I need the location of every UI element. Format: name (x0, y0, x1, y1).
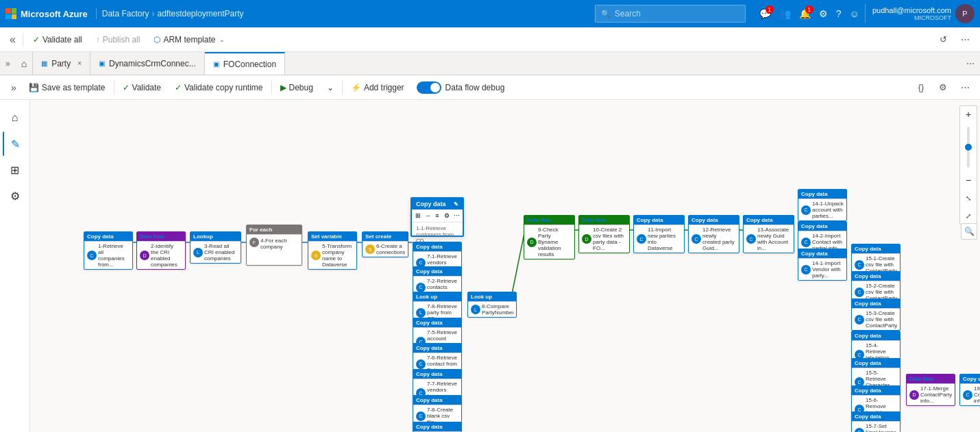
refresh-button[interactable]: ↺ (933, 30, 953, 49)
validate-check-icon: ✓ (123, 83, 130, 92)
node-n3[interactable]: Lookup L 3-Read all CRI enabled companie… (190, 231, 241, 264)
node-n19-body: C 11-Import new parties into Dataverse (634, 225, 684, 253)
tabs-collapse-button[interactable]: » (0, 52, 16, 75)
node-n31-header: Copy data (852, 412, 900, 422)
node-n22-text: 14-1-Unpack account with parties... (812, 201, 844, 219)
collapse-panel-button[interactable]: « (5, 27, 20, 52)
pipeline-toolbar: » 💾 Save as template ✓ Validate ✓ Valida… (0, 75, 980, 100)
tab-fo[interactable]: ▣ FOConnection (205, 52, 285, 75)
search-input[interactable] (615, 9, 739, 18)
breadcrumb: Data Factory › adftestdeploymentParty (102, 9, 244, 18)
node-n21[interactable]: Copy data C 13-Associate newly Guid with… (743, 215, 794, 253)
node-more-icon[interactable]: ⋯ (453, 211, 460, 220)
node-settings-icon[interactable]: ⚙ (443, 211, 450, 220)
node-n4[interactable]: For each F 4-For each company (246, 225, 302, 266)
canvas-search-button[interactable]: 🔍 (961, 223, 977, 240)
expand-canvas-button[interactable]: ⤢ (960, 207, 977, 224)
node-n8-header: Copy data (413, 242, 461, 252)
node-n20-text: 12-Retrieve newly created party Guid... (702, 227, 736, 251)
node-n16[interactable]: Look up L 8-Compare PartyNumber... (467, 292, 517, 318)
node-dest-icon[interactable]: → (424, 211, 431, 220)
sidebar-item-monitor[interactable]: ⊞ (3, 157, 27, 182)
sidebar-item-manage[interactable]: ⚙ (3, 183, 27, 208)
node-n2[interactable]: Data flow D 2-Identify the CRI enabled c… (136, 231, 186, 270)
ms-azure-logo[interactable]: Microsoft Azure (5, 8, 97, 19)
node-n17-header: Data flow (524, 216, 574, 225)
node-large-n7-header: Copy data ✎ (412, 199, 463, 209)
node-n5[interactable]: Set variable S 5-Transform company name … (308, 231, 357, 270)
node-n15[interactable]: Copy data C 9-9-Retrieve lang.age and Pa… (413, 422, 462, 432)
tab-home[interactable]: ⌂ (16, 52, 33, 75)
add-trigger-button[interactable]: ⚡ Add trigger (344, 75, 411, 100)
node-n18[interactable]: Data flow D 10-Create 2 csv files with p… (578, 215, 630, 253)
node-n1[interactable]: Copy data C 1-Retrieve all companies fro… (84, 231, 133, 270)
node-map-icon[interactable]: ≡ (434, 211, 441, 220)
node-n24-header: Copy data (852, 244, 900, 254)
zoom-out-button[interactable]: − (960, 172, 977, 188)
save-as-template-button[interactable]: 💾 Save as template (22, 75, 112, 100)
more-options-button[interactable]: ⋯ (955, 30, 975, 49)
sidebar-item-edit[interactable]: ✎ (3, 131, 27, 156)
data-flow-debug-toggle[interactable] (417, 81, 441, 94)
node-n20[interactable]: Copy data C 12-Retrieve newly created pa… (688, 215, 739, 253)
node-large-n7[interactable]: Copy data ✎ ⊞ → ≡ ⚙ ⋯ 1-1-Retrieve custo… (411, 197, 464, 237)
pipeline-canvas[interactable]: Copy data C 1-Retrieve all companies fro… (30, 100, 980, 432)
node-n3-text: 3-Read all CRI enabled companies (204, 243, 238, 262)
node-n17[interactable]: Data flow D 9-Check Party Byname validat… (524, 215, 575, 259)
node-n27[interactable]: Copy data C 14-1-Import Vendor with part… (798, 249, 847, 281)
tab-more-button[interactable]: ⋯ (961, 52, 980, 75)
node-large-n7-edit-icon[interactable]: ✎ (454, 201, 458, 207)
search-bar[interactable]: 🔍 (595, 5, 746, 23)
node-n36-text: 19-Import ContactParty info... (974, 385, 980, 404)
people-icon[interactable]: 👥 (779, 8, 791, 19)
sub-collapse-button[interactable]: » (5, 82, 22, 93)
node-n35[interactable]: Data flow D 17-1-Merge ContactParty info… (906, 374, 955, 406)
validate-copy-button[interactable]: ✓ Validate copy runtime (168, 75, 270, 100)
validate-all-button[interactable]: ✓ Validate all (26, 27, 89, 52)
settings-icon[interactable]: ⚙ (819, 8, 828, 19)
validate-button[interactable]: ✓ Validate (116, 75, 168, 100)
node-n15-header: Copy data (413, 422, 461, 432)
sub-more-button[interactable]: ⋯ (955, 78, 975, 97)
tab-dynamics[interactable]: ▣ DynamicsCrmConnec... (90, 52, 205, 75)
arm-template-button[interactable]: ⬡ ARM template ⌄ (147, 27, 232, 52)
bell-icon[interactable]: 🔔1 (799, 8, 811, 19)
node-n22-icon: C (801, 205, 811, 215)
tab-party-icon: ▦ (41, 60, 47, 67)
properties-button[interactable]: ⚙ (933, 78, 953, 97)
avatar-initials: P (962, 10, 967, 18)
node-n16-icon: L (471, 305, 480, 314)
validate-label: Validate (132, 83, 161, 92)
node-n31[interactable]: Copy data C 15-7-Set Final Invoice Compl… (851, 411, 901, 432)
toolbar-divider-2 (271, 81, 272, 94)
node-n3-icon: L (193, 248, 203, 257)
node-n22[interactable]: Copy data C 14-1-Unpack account with par… (798, 189, 847, 221)
code-view-button[interactable]: {} (911, 78, 931, 97)
node-n6[interactable]: Set create S 6-Create a connections... (362, 231, 408, 257)
debug-chevron-button[interactable]: ⌄ (320, 75, 341, 100)
zoom-in-button[interactable]: + (960, 106, 977, 123)
node-n36[interactable]: Copy data C 19-Import ContactParty info.… (959, 374, 980, 406)
debug-button[interactable]: ▶ Debug (273, 75, 320, 100)
node-n4-body: F 4-For each company (247, 235, 302, 259)
help-icon[interactable]: ? (836, 8, 842, 19)
chat-icon[interactable]: 💬1 (759, 8, 771, 19)
node-source-icon[interactable]: ⊞ (415, 211, 421, 220)
publish-all-button[interactable]: ↑ Publish all (89, 27, 147, 52)
node-n10-icon: L (416, 308, 426, 318)
fit-to-screen-button[interactable]: ⤡ (960, 190, 977, 206)
node-n30-header: Copy data (852, 386, 900, 396)
node-n26[interactable]: Copy data C 15-3-Create csv file with Co… (851, 298, 901, 331)
node-n19[interactable]: Copy data C 11-Import new parties into D… (633, 215, 685, 253)
tab-party[interactable]: ▦ Party × (33, 52, 90, 75)
node-n12-icon: C (416, 359, 426, 369)
user-info[interactable]: pudhall@microsoft.com MICROSOFT P (865, 4, 975, 23)
sidebar-item-home[interactable]: ⌂ (3, 105, 27, 130)
breadcrumb-datafactory[interactable]: Data Factory (102, 9, 149, 18)
feedback-icon[interactable]: ☺ (850, 8, 859, 19)
tab-party-close-icon[interactable]: × (77, 60, 82, 67)
node-n5-body: S 5-Transform company name to Dataverse (308, 242, 356, 269)
node-n16-body: L 8-Compare PartyNumber... (468, 302, 516, 317)
toolbar-divider-3 (342, 81, 343, 94)
left-sidebar: ⌂ ✎ ⊞ ⚙ (0, 100, 30, 432)
